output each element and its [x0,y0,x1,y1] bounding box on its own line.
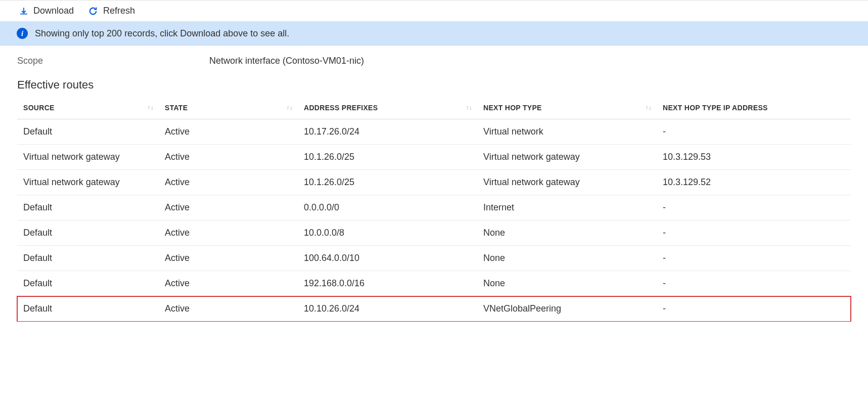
col-source[interactable]: Source ↑↓ [17,97,159,119]
table-row[interactable]: DefaultActive192.168.0.0/16None- [17,271,851,296]
col-address-prefixes-label: Address Prefixes [304,104,378,112]
col-next-hop-type-label: Next Hop Type [483,104,542,112]
cell-prefix: 0.0.0.0/0 [298,195,477,220]
sort-icon: ↑↓ [466,104,472,111]
cell-source: Default [17,246,159,271]
cell-source: Default [17,296,159,322]
cell-nht: Virtual network gateway [477,170,657,195]
col-next-hop-type[interactable]: Next Hop Type ↑↓ [477,97,657,119]
col-state-label: State [165,104,188,112]
cell-ip: 10.3.129.53 [657,145,851,170]
scope-row: Scope Network interface (Contoso-VM01-ni… [0,46,868,69]
info-bar: i Showing only top 200 records, click Do… [0,22,868,46]
sort-icon: ↑↓ [286,104,293,111]
refresh-button[interactable]: Refresh [88,6,135,16]
table-row[interactable]: Virtual network gatewayActive10.1.26.0/2… [17,170,851,195]
cell-prefix: 10.1.26.0/25 [298,145,477,170]
cell-source: Virtual network gateway [17,170,159,195]
table-row[interactable]: DefaultActive10.10.26.0/24VNetGlobalPeer… [17,296,851,322]
info-message: Showing only top 200 records, click Down… [35,28,289,39]
cell-nht: None [477,220,657,246]
cell-prefix: 10.10.26.0/24 [298,296,477,322]
cell-state: Active [159,271,298,296]
cell-source: Default [17,271,159,296]
table-row[interactable]: DefaultActive10.17.26.0/24Virtual networ… [17,119,851,145]
cell-source: Virtual network gateway [17,145,159,170]
refresh-label: Refresh [103,6,135,16]
cell-prefix: 192.168.0.0/16 [298,271,477,296]
cell-prefix: 10.1.26.0/25 [298,170,477,195]
sort-icon: ↑↓ [147,104,154,111]
cell-nht: VNetGlobalPeering [477,296,657,322]
refresh-icon [88,6,98,16]
cell-source: Default [17,195,159,220]
cell-nht: None [477,246,657,271]
scope-value: Network interface (Contoso-VM01-nic) [209,56,364,66]
col-source-label: Source [23,104,55,112]
cell-prefix: 100.64.0.0/10 [298,246,477,271]
table-header-row: Source ↑↓ State ↑↓ Address Prefixes ↑↓ N… [17,97,851,119]
cell-state: Active [159,296,298,322]
download-button[interactable]: Download [19,6,74,16]
section-title: Effective routes [0,69,868,97]
table-row[interactable]: Virtual network gatewayActive10.1.26.0/2… [17,145,851,170]
cell-nht: Virtual network gateway [477,145,657,170]
cell-state: Active [159,145,298,170]
cell-ip: 10.3.129.52 [657,170,851,195]
cell-nht: Internet [477,195,657,220]
cell-prefix: 10.17.26.0/24 [298,119,477,145]
cell-state: Active [159,195,298,220]
cell-ip: - [657,195,851,220]
scope-label: Scope [17,56,209,66]
cell-source: Default [17,220,159,246]
cell-prefix: 10.0.0.0/8 [298,220,477,246]
cell-ip: - [657,296,851,322]
cell-state: Active [159,246,298,271]
cell-ip: - [657,271,851,296]
col-next-hop-ip-label: Next Hop Type IP Address [663,104,768,112]
cell-nht: None [477,271,657,296]
cell-ip: - [657,220,851,246]
toolbar: Download Refresh [0,1,868,22]
cell-state: Active [159,220,298,246]
cell-source: Default [17,119,159,145]
col-address-prefixes[interactable]: Address Prefixes ↑↓ [298,97,477,119]
routes-table: Source ↑↓ State ↑↓ Address Prefixes ↑↓ N… [17,97,851,322]
table-row[interactable]: DefaultActive100.64.0.0/10None- [17,246,851,271]
cell-state: Active [159,119,298,145]
download-label: Download [33,6,74,16]
cell-ip: - [657,246,851,271]
cell-state: Active [159,170,298,195]
download-icon [19,7,28,16]
info-icon: i [17,28,28,39]
table-row[interactable]: DefaultActive10.0.0.0/8None- [17,220,851,246]
table-row[interactable]: DefaultActive0.0.0.0/0Internet- [17,195,851,220]
cell-ip: - [657,119,851,145]
col-state[interactable]: State ↑↓ [159,97,298,119]
col-next-hop-ip[interactable]: Next Hop Type IP Address [657,97,851,119]
sort-icon: ↑↓ [645,104,652,111]
cell-nht: Virtual network [477,119,657,145]
